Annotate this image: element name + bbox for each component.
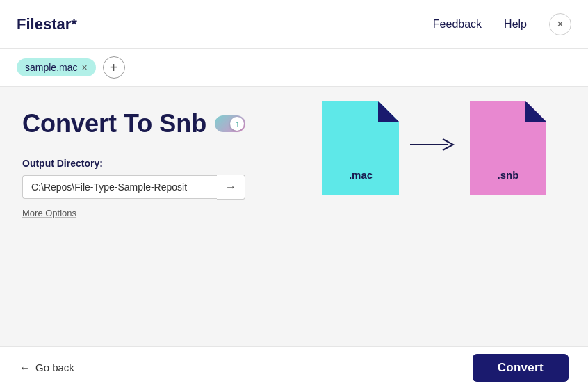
header-nav: Feedback Help × — [433, 13, 571, 35]
arrow-left-icon: ← — [19, 362, 30, 373]
output-dir-input[interactable] — [22, 175, 217, 199]
go-back-button[interactable]: ← Go back — [19, 362, 74, 373]
help-link[interactable]: Help — [504, 18, 527, 31]
toggle-knob — [230, 117, 244, 131]
source-file-icon: .mac — [322, 101, 399, 195]
target-file-label: .snb — [498, 169, 519, 181]
conversion-arrow — [410, 136, 459, 153]
file-chip: sample.mac × — [17, 58, 96, 76]
source-file-label: .mac — [349, 169, 373, 181]
header: Filestar* Feedback Help × — [0, 0, 588, 49]
conversion-visual: .mac .snb — [322, 101, 546, 195]
close-button[interactable]: × — [549, 13, 571, 35]
target-file-icon: .snb — [470, 101, 546, 195]
more-options-link[interactable]: More Options — [22, 208, 566, 218]
feedback-link[interactable]: Feedback — [433, 18, 482, 31]
arrow-svg — [410, 136, 459, 153]
footer: ← Go back Convert — [0, 346, 588, 388]
mode-toggle[interactable] — [215, 115, 245, 132]
app-logo: Filestar* — [17, 15, 77, 33]
add-file-button[interactable]: + — [103, 56, 125, 79]
convert-button[interactable]: Convert — [473, 354, 569, 382]
main-content: Convert To Snb Output Directory: → More … — [0, 87, 588, 346]
file-bar: sample.mac × + — [0, 49, 588, 87]
close-icon: × — [557, 18, 563, 31]
file-chip-label: sample.mac — [25, 62, 77, 73]
page-title: Convert To Snb — [22, 109, 206, 138]
file-chip-close-icon[interactable]: × — [81, 63, 87, 72]
arrow-right-icon: → — [225, 181, 236, 193]
output-dir-browse-button[interactable]: → — [217, 175, 245, 200]
go-back-label: Go back — [35, 362, 74, 373]
